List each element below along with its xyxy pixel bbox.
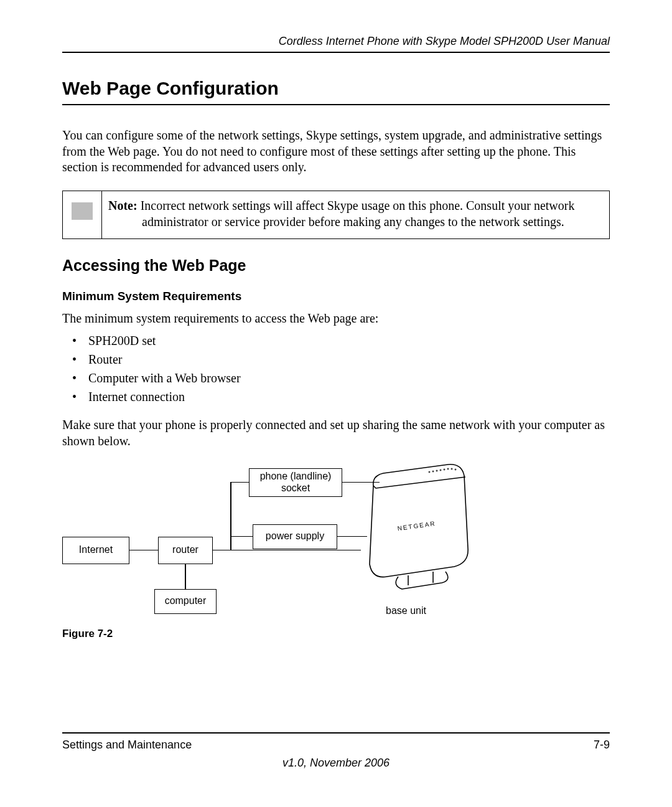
header-rule [62, 52, 610, 53]
figure-caption: Figure 7-2 [62, 628, 610, 640]
page-title: Web Page Configuration [62, 78, 610, 99]
diagram-base-unit-icon: NETGEAR [355, 461, 473, 604]
note-label: Note: [108, 199, 138, 212]
diagram-power-supply-box: power supply [253, 524, 337, 549]
list-item: Router [77, 350, 610, 369]
intro-paragraph: You can configure some of the network se… [62, 128, 610, 176]
list-item: Internet connection [77, 387, 610, 406]
diagram-line [213, 550, 230, 551]
subsection-heading: Minimum System Requirements [62, 290, 610, 303]
diagram-internet-box: Internet [62, 537, 129, 564]
note-icon-cell [63, 191, 102, 238]
svg-point-7 [455, 469, 456, 470]
footer-page-number: 7-9 [594, 739, 610, 752]
diagram-router-box: router [158, 537, 213, 564]
note-text: Note: Incorrect network settings will af… [102, 191, 609, 238]
diagram-computer-box: computer [154, 589, 217, 614]
diagram-line [230, 482, 231, 550]
section-heading: Accessing the Web Page [62, 257, 610, 275]
svg-point-5 [447, 468, 449, 470]
svg-point-3 [440, 470, 441, 471]
diagram-line [129, 550, 158, 551]
footer-rule [62, 732, 610, 734]
diagram-line [230, 482, 249, 483]
requirements-intro: The minimum system requirements to acces… [62, 311, 610, 327]
diagram-line [230, 550, 361, 551]
network-diagram: Internet router computer phone (landline… [62, 465, 473, 620]
footer-left: Settings and Maintenance [62, 739, 192, 752]
list-item: Computer with a Web browser [77, 369, 610, 387]
running-header: Cordless Internet Phone with Skype Model… [62, 35, 610, 52]
diagram-base-unit-label: base unit [386, 605, 426, 616]
footer-version: v1.0, November 2006 [62, 757, 610, 770]
svg-point-1 [432, 471, 434, 472]
page-footer: Settings and Maintenance 7-9 v1.0, Novem… [62, 732, 610, 770]
note-box: Note: Incorrect network settings will af… [62, 191, 610, 239]
diagram-line [185, 564, 186, 589]
diagram-line [230, 536, 253, 537]
svg-point-0 [429, 471, 430, 473]
list-item: SPH200D set [77, 331, 610, 350]
requirements-list: SPH200D set Router Computer with a Web b… [62, 331, 610, 406]
note-icon [72, 202, 93, 220]
title-rule [62, 104, 610, 105]
note-body: Incorrect network settings will affect S… [141, 199, 575, 229]
diagram-brand-label: NETGEAR [397, 519, 436, 532]
svg-point-2 [436, 470, 437, 471]
requirements-outro: Make sure that your phone is properly co… [62, 417, 610, 449]
svg-point-4 [444, 469, 445, 470]
svg-point-6 [451, 468, 452, 470]
diagram-phone-socket-box: phone (landline) socket [249, 468, 342, 497]
